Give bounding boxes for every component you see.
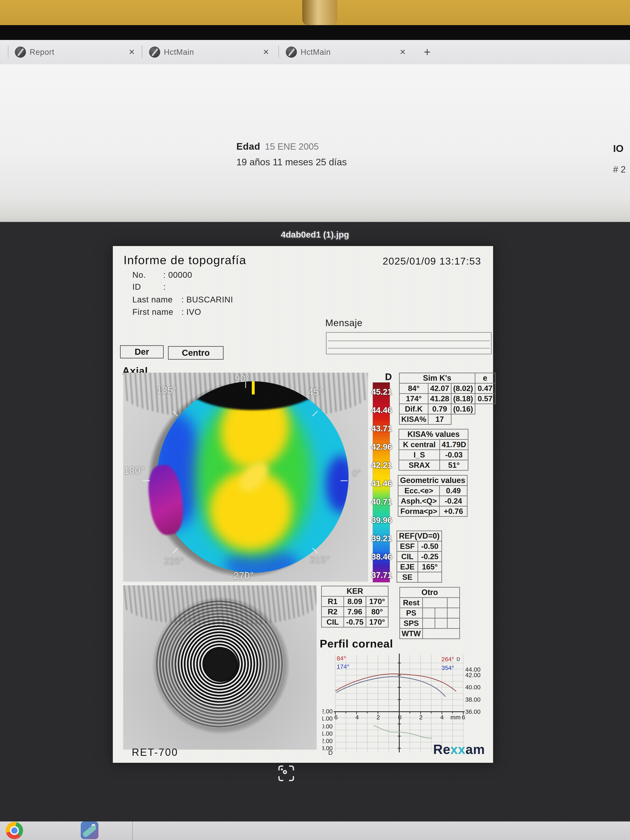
perfil-corneal-title: Perfil corneal: [320, 637, 393, 650]
svg-text:0: 0: [398, 714, 401, 721]
angle-label-270: 270°: [234, 570, 254, 581]
svg-text:D: D: [456, 657, 460, 662]
field-no: No. : 00000: [133, 270, 192, 279]
svg-text:36.00: 36.00: [465, 708, 480, 715]
tab-hctmain-1[interactable]: HctMain ×: [147, 40, 270, 64]
scale-label: 37.71: [369, 570, 395, 580]
age-detail: 19 años 11 meses 25 días: [236, 156, 347, 167]
device-name: RET-700: [132, 746, 178, 758]
taskbar-divider: [132, 821, 133, 840]
scale-label: 41.46: [369, 479, 395, 488]
field-label: First name: [133, 307, 182, 317]
gallery-app-icon[interactable]: [81, 821, 98, 839]
birth-date: 15 ENE 2005: [265, 141, 319, 152]
tab-label: HctMain: [164, 48, 194, 57]
logo-letter: xx: [450, 742, 466, 757]
monitor-cable: [302, 0, 337, 25]
svg-text:6: 6: [462, 714, 465, 721]
topography-report-page: Informe de topografía 2025/01/09 13:17:5…: [113, 246, 493, 763]
monitor-bezel: [0, 25, 630, 40]
scale-label: 42.96: [369, 442, 395, 452]
otro-table: Otro Rest PS SPS WTW: [399, 587, 460, 639]
photo-of-monitor: Report × HctMain × HctMain × + Edad15 EN…: [0, 0, 630, 840]
image-filename: 4dab0ed1 (1).jpg: [281, 230, 349, 240]
field-value: : 00000: [163, 270, 192, 279]
svg-text:6: 6: [334, 714, 338, 721]
tab-label: HctMain: [301, 48, 331, 57]
new-tab-button[interactable]: +: [424, 45, 431, 59]
right-clipped-text-top: IO: [613, 143, 624, 154]
svg-text:0.00: 0.00: [322, 723, 333, 729]
angle-label-135: 135°: [156, 385, 177, 396]
angle-label-90: 90°: [235, 373, 250, 384]
eye-pupil: [205, 649, 236, 680]
mensaje-input-box[interactable]: [326, 332, 492, 354]
taskbar: [0, 821, 630, 840]
logo-letter: e: [443, 742, 450, 757]
field-firstname: First name : IVO: [133, 307, 201, 317]
kisa-values-table: KISA% values K central41.79D I_S-0.03 SR…: [399, 429, 468, 471]
top-marker: [252, 381, 255, 395]
scale-label: 43.71: [369, 424, 395, 433]
field-value: : BUSCARINI: [182, 295, 233, 304]
svg-text:2: 2: [377, 714, 380, 721]
tab-separator: [8, 46, 8, 58]
chrome-icon[interactable]: [6, 822, 23, 839]
scale-label: 42.21: [369, 461, 395, 470]
google-lens-icon[interactable]: [278, 766, 294, 781]
svg-text:1.00: 1.00: [322, 730, 333, 737]
eye-side-button[interactable]: Der: [120, 345, 164, 358]
eyelashes: [123, 585, 317, 626]
position-button[interactable]: Centro: [168, 346, 224, 360]
angle-label-0: 0°: [352, 468, 362, 479]
scale-label: 45.21: [369, 387, 395, 396]
field-label: Last name: [133, 295, 182, 304]
svg-text:2: 2: [419, 714, 423, 721]
simk-table: Sim K'se 84°42.07(8.02)0.47 174°41.28(8.…: [399, 373, 496, 425]
tab-separator: [142, 46, 142, 58]
svg-text:38.00: 38.00: [465, 696, 480, 703]
angle-label-225: 225°: [164, 556, 184, 567]
wall-background: [0, 0, 630, 25]
tab-label: Report: [30, 48, 54, 57]
scale-label: 44.46: [369, 406, 395, 415]
logo-letter: R: [433, 742, 443, 757]
svg-text:84°: 84°: [337, 655, 346, 662]
close-tab-icon[interactable]: ×: [263, 46, 269, 57]
svg-text:mm: mm: [450, 714, 461, 721]
scale-label: 40.71: [369, 497, 395, 507]
mensaje-label: Mensaje: [325, 317, 363, 328]
close-tab-icon[interactable]: ×: [129, 46, 135, 57]
tab-favicon-icon: [286, 47, 297, 58]
axis-tick: [143, 480, 150, 481]
tab-hctmain-2[interactable]: HctMain ×: [283, 40, 407, 64]
scale-label: 39.21: [369, 534, 395, 543]
refraction-table: REF(VD=0) ESF-0.50 CIL-0.25 EJE165° SE: [396, 531, 442, 583]
field-lastname: Last name : BUSCARINI: [133, 295, 233, 304]
svg-text:354°: 354°: [441, 665, 454, 671]
green-refraction-curve: [374, 726, 432, 738]
axial-topography-map: 90° 45° 135° 180° 0° 225° 315° 270°: [123, 373, 368, 582]
axis-tick: [341, 480, 347, 481]
tab-separator: [278, 46, 279, 58]
field-label: ID: [133, 282, 163, 292]
svg-text:40.00: 40.00: [465, 684, 480, 690]
age-label: Edad: [236, 141, 260, 152]
patient-header-band: Edad15 ENE 2005 19 años 11 meses 25 días…: [0, 64, 630, 222]
report-title: Informe de topografía: [123, 253, 246, 267]
svg-text:D: D: [328, 749, 333, 755]
angle-label-180: 180°: [124, 465, 144, 476]
browser-tab-bar: Report × HctMain × HctMain × +: [0, 40, 630, 64]
close-tab-icon[interactable]: ×: [400, 46, 406, 57]
scale-label: 38.46: [369, 552, 395, 561]
geometric-values-table: Geometric values Ecc.<e>0.49 Asph.<Q>-0.…: [398, 475, 467, 517]
age-row: Edad15 ENE 2005: [236, 141, 319, 152]
tab-report[interactable]: Report ×: [13, 40, 136, 64]
field-value: :: [163, 282, 166, 292]
svg-text:174°: 174°: [337, 663, 349, 670]
svg-text:-2.00: -2.00: [322, 708, 333, 715]
angle-label-45: 45°: [308, 386, 323, 397]
tab-favicon-icon: [15, 47, 26, 58]
keratometry-table: KER R18.09170° R27.9680° CIL-0.75170°: [321, 586, 388, 627]
svg-text:4: 4: [441, 714, 444, 721]
